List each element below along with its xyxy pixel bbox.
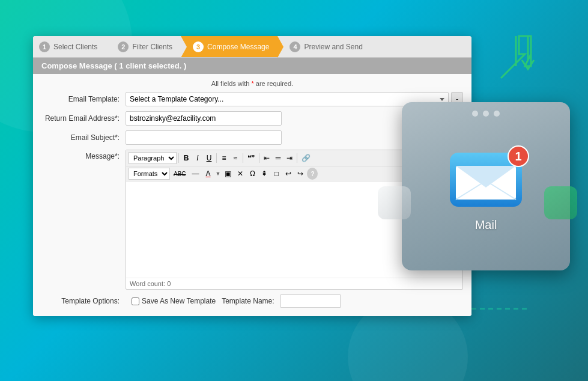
step-3[interactable]: 3 Compose Message (181, 36, 277, 57)
email-subject-input[interactable] (126, 130, 282, 145)
required-star: * (251, 80, 253, 87)
side-gray-icon (378, 186, 411, 219)
step-2-label: Filter Clients (132, 43, 172, 51)
toolbar-separator-3 (243, 153, 243, 163)
step-1-label: Select Clients (53, 43, 97, 51)
align-left-button[interactable]: ⇤ (261, 152, 272, 164)
mail-badge: 1 (508, 145, 529, 167)
template-options-row: Template Options: Save As New Template T… (41, 294, 463, 308)
ordered-list-button[interactable]: ≈ (230, 152, 241, 164)
template-name-input[interactable] (280, 294, 341, 308)
dot-3 (494, 111, 500, 117)
step-4-label: Preview and Send (304, 43, 362, 51)
step-1[interactable]: 1 Select Clients (33, 36, 106, 57)
email-subject-label: Email Subject*: (41, 133, 126, 142)
message-row: Message*: Paragraph B I U ≡ ≈ ❝❞ (41, 150, 463, 290)
redo-button[interactable]: ↪ (295, 168, 306, 180)
email-template-row: Email Template: Select a Template Catego… (41, 92, 463, 106)
bold-button[interactable]: B (181, 152, 192, 164)
required-note: All fields with * are required. (41, 80, 463, 87)
unordered-list-button[interactable]: ≡ (219, 152, 229, 164)
toolbar-separator-1 (178, 153, 179, 163)
mail-dots (472, 111, 500, 117)
save-as-template-text: Save As New Template (142, 297, 216, 305)
underline-button[interactable]: U (204, 152, 214, 164)
paragraph-select[interactable]: Paragraph (129, 152, 177, 164)
horizontal-rule-button[interactable]: — (190, 168, 202, 180)
save-as-template-checkbox-label[interactable]: Save As New Template (132, 297, 216, 305)
help-button[interactable]: ? (307, 168, 318, 180)
special-chars-button[interactable]: Ω (247, 168, 258, 180)
save-as-template-checkbox[interactable] (132, 297, 139, 305)
return-email-input[interactable] (126, 111, 282, 126)
toolbar-separator-5 (297, 153, 297, 163)
template-name-label: Template Name: (222, 297, 274, 305)
toolbar-separator-2 (216, 153, 217, 163)
dropdown-arrow-icon: ▼ (216, 171, 221, 177)
step-2-num: 2 (118, 41, 129, 52)
panel-heading: Compose Message ( 1 client selected. ) (33, 58, 471, 74)
italic-button[interactable]: I (192, 152, 203, 164)
step-4-num: 4 (289, 41, 300, 52)
link-button[interactable]: 🔗 (299, 152, 313, 164)
email-template-select[interactable]: Select a Template Category... (126, 92, 449, 106)
template-options-label: Template Options: (41, 297, 126, 305)
step-3-label: Compose Message (207, 43, 269, 51)
formats-select[interactable]: Formats (129, 168, 170, 180)
align-right-button[interactable]: ⇥ (284, 152, 295, 164)
email-template-label: Email Template: (41, 95, 126, 103)
message-label: Message*: (41, 150, 126, 160)
blockquote-button[interactable]: ❝❞ (245, 152, 257, 164)
step-3-num: 3 (193, 41, 204, 52)
mail-icon-container: 1 (450, 153, 522, 209)
toolbar-separator-4 (259, 153, 259, 163)
align-center-button[interactable]: ═ (273, 152, 283, 164)
remove-format-button[interactable]: ✕ (235, 168, 246, 180)
highlight-button[interactable]: ▣ (222, 168, 234, 180)
mail-label: Mail (475, 218, 497, 232)
step-2[interactable]: 2 Filter Clients (106, 36, 181, 57)
wizard-steps: 1 Select Clients 2 Filter Clients 3 Comp… (33, 36, 471, 58)
side-green-icon (544, 186, 577, 219)
dot-2 (483, 111, 489, 117)
media-button[interactable]: □ (271, 168, 282, 180)
clear-format-button[interactable]: ABC (171, 168, 189, 180)
mail-overlay: 1 Mail (402, 102, 570, 270)
word-count: Word count: 0 (126, 278, 462, 289)
step-4[interactable]: 4 Preview and Send (277, 36, 371, 57)
dot-1 (472, 111, 478, 117)
undo-button[interactable]: ↩ (283, 168, 294, 180)
return-email-row: Return Email Address*: (41, 111, 463, 126)
table-button[interactable]: ⇞ (259, 168, 270, 180)
step-1-num: 1 (39, 41, 50, 52)
return-email-label: Return Email Address*: (41, 114, 126, 123)
font-color-button[interactable]: A (203, 168, 214, 180)
email-subject-row: Email Subject*: (41, 130, 463, 145)
